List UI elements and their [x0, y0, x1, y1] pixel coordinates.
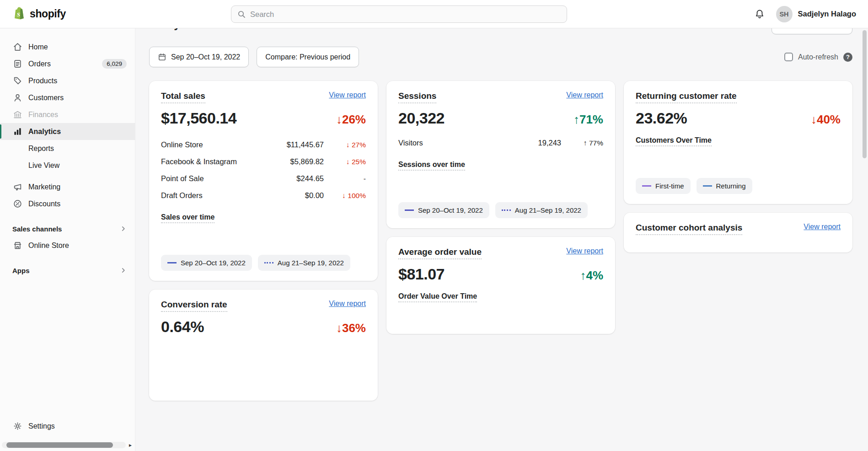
- breakdown-change: ↓ 100%: [324, 192, 366, 200]
- auto-refresh-control: Auto-refresh ?: [784, 53, 852, 62]
- user-name: Sadjelyn Halago: [798, 10, 856, 18]
- home-icon: [12, 42, 22, 52]
- x-axis: [183, 234, 366, 245]
- view-report-link[interactable]: View report: [566, 247, 603, 255]
- apps-header[interactable]: Apps: [0, 262, 135, 279]
- compare-button[interactable]: Compare: Previous period: [257, 47, 359, 67]
- notifications-button[interactable]: [754, 9, 765, 20]
- scrollbar-arrow-right[interactable]: ▸: [127, 442, 134, 448]
- legend-label: Returning: [716, 182, 746, 190]
- date-range-button[interactable]: Sep 20–Oct 19, 2022: [149, 47, 249, 67]
- apps-label: Apps: [12, 267, 30, 274]
- storefront-icon: [12, 241, 22, 251]
- sidebar-item-customers[interactable]: Customers: [0, 89, 135, 106]
- legend-label: Aug 21–Sep 19, 2022: [515, 206, 581, 214]
- breakdown-row: Facebook & Instagram$5,869.82↓ 25%: [161, 153, 366, 170]
- solid-line-marker: [703, 185, 712, 187]
- cards-column-1: Total sales View report $17,560.14 ↓26% …: [149, 81, 378, 401]
- sidebar-item-label: Finances: [28, 111, 58, 119]
- compare-label: Compare: Previous period: [265, 53, 350, 61]
- breakdown-value: $5,869.82: [264, 157, 324, 166]
- legend-first-time[interactable]: First-time: [636, 178, 691, 194]
- sales-channels-header[interactable]: Sales channels: [0, 220, 135, 237]
- card-title: Returning customer rate: [636, 91, 737, 103]
- view-report-link[interactable]: View report: [329, 91, 366, 99]
- shopify-logo[interactable]: S shopify: [12, 6, 66, 22]
- conversion-rate-change: ↓36%: [336, 321, 366, 335]
- sidebar-item-online-store[interactable]: Online Store: [0, 237, 135, 254]
- x-axis: [420, 181, 603, 192]
- legend-returning[interactable]: Returning: [697, 178, 752, 194]
- scrollbar-track[interactable]: [2, 442, 126, 448]
- x-axis: [420, 313, 603, 324]
- sidebar-item-marketing[interactable]: Marketing: [0, 178, 135, 195]
- dotted-line-marker: [502, 209, 511, 211]
- visitors-change: ↑ 77%: [561, 139, 603, 147]
- breakdown-value: $244.65: [264, 174, 324, 183]
- legend-current-period[interactable]: Sep 20–Oct 19, 2022: [398, 202, 489, 218]
- breakdown-label: Facebook & Instagram: [161, 157, 264, 166]
- card-title: Sessions: [398, 91, 436, 103]
- sidebar-item-settings[interactable]: Settings: [0, 418, 135, 435]
- sidebar: Home Orders 6,029 Products Customers Fin…: [0, 28, 135, 451]
- breakdown-value: $11,445.67: [264, 140, 324, 149]
- auto-refresh-checkbox[interactable]: [784, 53, 793, 61]
- sidebar-horizontal-scrollbar[interactable]: ▸: [2, 441, 134, 448]
- help-icon[interactable]: ?: [843, 53, 852, 62]
- sidebar-item-products[interactable]: Products: [0, 72, 135, 89]
- cards-column-3: Returning customer rate 23.62% ↓40% Cust…: [624, 81, 852, 252]
- search-input[interactable]: [250, 10, 561, 19]
- card-title: Conversion rate: [161, 300, 227, 312]
- sidebar-spacer: [0, 174, 135, 178]
- customer-cohort-analysis-card: Customer cohort analysis View report: [624, 213, 852, 252]
- chevron-right-icon: [119, 266, 128, 274]
- returning-rate-change: ↓40%: [811, 113, 841, 127]
- chart-title: Sales over time: [161, 213, 214, 223]
- sidebar-item-finances[interactable]: Finances: [0, 106, 135, 123]
- sidebar-item-reports[interactable]: Reports: [0, 140, 135, 157]
- scrollbar-thumb[interactable]: [6, 442, 113, 448]
- legend-current-period[interactable]: Sep 20–Oct 19, 2022: [161, 255, 252, 271]
- search-bar[interactable]: [231, 5, 567, 23]
- view-report-link[interactable]: View report: [566, 91, 603, 99]
- vertical-scrollbar-thumb[interactable]: [863, 30, 867, 158]
- solid-line-marker: [167, 262, 177, 263]
- breakdown-label: Draft Orders: [161, 191, 264, 200]
- aov-change: ↑4%: [580, 268, 603, 283]
- sidebar-item-discounts[interactable]: Discounts: [0, 195, 135, 212]
- breakdown-label: Online Store: [161, 140, 264, 149]
- auto-refresh-label: Auto-refresh: [798, 53, 838, 61]
- orders-icon: [12, 59, 22, 69]
- sales-breakdown-list: Online Store$11,445.67↓ 27%Facebook & In…: [161, 136, 366, 204]
- legend-previous-period[interactable]: Aug 21–Sep 19, 2022: [258, 255, 350, 271]
- chart-title: Sessions over time: [398, 161, 465, 171]
- user-menu[interactable]: SH Sadjelyn Halago: [776, 6, 856, 22]
- chart-title: Order Value Over Time: [398, 292, 477, 302]
- sidebar-item-analytics[interactable]: Analytics: [0, 123, 135, 140]
- sidebar-item-label: Live View: [28, 161, 59, 170]
- chevron-right-icon: [119, 225, 128, 233]
- view-report-link[interactable]: View report: [804, 223, 841, 231]
- person-icon: [12, 93, 22, 103]
- dotted-line-marker: [264, 262, 273, 263]
- average-order-value-card: Average order value View report $81.07 ↑…: [386, 237, 615, 334]
- total-sales-card: Total sales View report $17,560.14 ↓26% …: [149, 81, 378, 281]
- breakdown-change: ↓ 25%: [324, 158, 366, 166]
- legend-previous-period[interactable]: Aug 21–Sep 19, 2022: [495, 202, 588, 218]
- total-sales-change: ↓26%: [336, 113, 366, 127]
- avatar: SH: [776, 6, 793, 22]
- sidebar-item-label: Discounts: [28, 200, 60, 208]
- orders-count-badge: 6,029: [102, 59, 127, 69]
- main-content: Analytics Enter fullscreen Sep 20–Oct 19…: [135, 0, 868, 401]
- breakdown-change: -: [324, 175, 366, 183]
- topbar: S shopify SH Sadjelyn Halago: [0, 0, 868, 28]
- svg-text:S: S: [17, 11, 20, 18]
- view-report-link[interactable]: View report: [329, 300, 366, 308]
- topbar-actions: SH Sadjelyn Halago: [754, 6, 856, 22]
- sidebar-item-orders[interactable]: Orders 6,029: [0, 55, 135, 72]
- conversion-rate-value: 0.64%: [161, 318, 204, 336]
- card-title: Customer cohort analysis: [636, 223, 742, 235]
- sidebar-item-home[interactable]: Home: [0, 38, 135, 55]
- sidebar-item-label: Orders: [28, 60, 51, 68]
- sidebar-item-live-view[interactable]: Live View: [0, 157, 135, 174]
